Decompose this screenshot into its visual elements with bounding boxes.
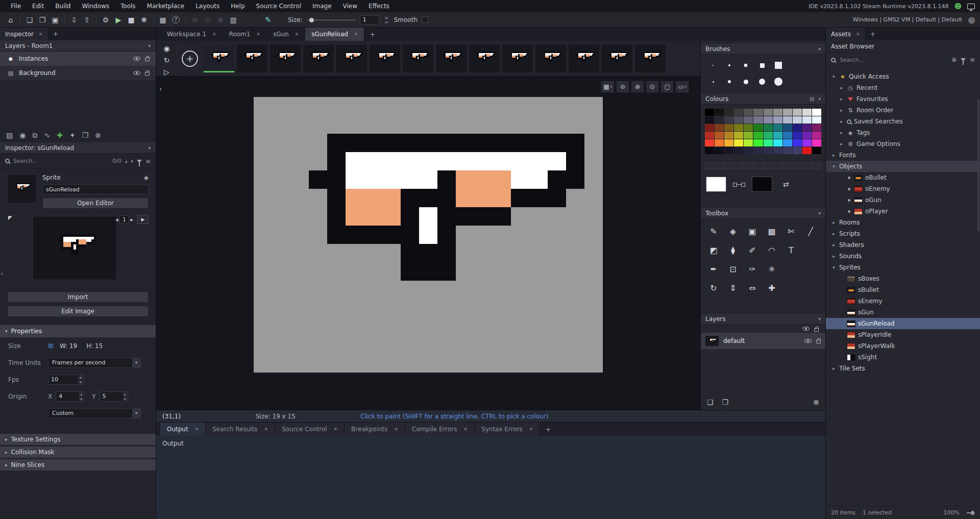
close-icon[interactable]: ✕: [354, 32, 358, 37]
magic-icon[interactable]: ✦: [69, 131, 76, 139]
add-panel-tab-button[interactable]: +: [48, 28, 63, 40]
frame-thumbnail-7[interactable]: [403, 45, 433, 72]
section-texture-settings[interactable]: ▸Texture Settings: [0, 434, 156, 445]
output-tab-syntax-errors[interactable]: Syntax Errors✕: [475, 423, 540, 436]
colour-swatch[interactable]: [802, 147, 812, 154]
colour-swatch[interactable]: [802, 116, 812, 123]
lock-icon[interactable]: [814, 328, 819, 332]
brush-circle-9[interactable]: [738, 74, 754, 89]
empty-colour-swatch[interactable]: [764, 162, 773, 169]
tool-brush-paste[interactable]: ▩: [762, 222, 781, 241]
chevron-down-icon[interactable]: ▾: [831, 265, 837, 270]
tool-spray[interactable]: ✳: [762, 260, 781, 279]
colour-swatch[interactable]: [705, 147, 714, 154]
new-layer-folder-icon[interactable]: ❒: [722, 398, 729, 406]
asset-item-splayeridle[interactable]: sPlayerIdle: [826, 329, 980, 340]
frame-thumbnail-10[interactable]: [502, 45, 533, 72]
monitor-icon[interactable]: [967, 4, 975, 9]
colour-swatch[interactable]: [724, 147, 733, 154]
layers-room-header[interactable]: Layers - Room1 ▾: [0, 40, 156, 52]
tool-line[interactable]: ╱: [801, 222, 820, 241]
colour-swatch[interactable]: [744, 109, 753, 116]
asset-item-quick-access[interactable]: ▾★Quick Access: [826, 71, 980, 82]
properties-header[interactable]: ▾ Properties: [0, 325, 156, 337]
colour-swatch[interactable]: [753, 132, 763, 139]
origin-y-field[interactable]: ▴▾: [100, 391, 128, 402]
export-package-icon[interactable]: ⇧: [81, 14, 92, 26]
colour-swatch[interactable]: [793, 139, 802, 146]
brush-square-6[interactable]: [738, 58, 754, 73]
colour-swatch[interactable]: [812, 147, 821, 154]
help-icon[interactable]: ?: [172, 16, 180, 23]
open-project-icon[interactable]: ❒: [37, 14, 48, 26]
chevron-right-icon[interactable]: ▸: [839, 141, 844, 146]
colour-swatch[interactable]: [812, 116, 821, 123]
fps-input[interactable]: [48, 376, 78, 383]
swap-colours-icon[interactable]: ⇄: [783, 180, 789, 188]
add-icon[interactable]: ✚: [57, 131, 63, 139]
chevron-right-icon[interactable]: ▸: [839, 85, 844, 90]
asset-item-sbullet[interactable]: sBullet: [826, 284, 980, 295]
view-options-button[interactable]: ▭▾: [675, 81, 689, 93]
brush-circle-6[interactable]: [721, 74, 738, 89]
asset-item-fonts[interactable]: ▸Fonts: [826, 150, 980, 161]
colour-swatch[interactable]: [802, 139, 812, 146]
brush-dot-2[interactable]: [705, 58, 721, 73]
previous-match-icon[interactable]: ▴: [125, 159, 128, 164]
tab-assets[interactable]: Assets ✕: [826, 28, 866, 40]
colour-swatch[interactable]: [783, 124, 792, 131]
brush-size-input[interactable]: [360, 16, 379, 23]
output-tab-breakpoints[interactable]: Breakpoints✕: [345, 423, 405, 436]
asset-item-tile-sets[interactable]: ▸Tile Sets: [826, 363, 980, 374]
tool-flip-horizontal[interactable]: ⇔: [743, 279, 762, 298]
colour-swatch[interactable]: [715, 132, 724, 139]
origin-x-input[interactable]: [56, 393, 79, 400]
brush-square-9[interactable]: [754, 58, 770, 73]
colour-swatch[interactable]: [773, 147, 782, 154]
brush-size-field[interactable]: [360, 15, 379, 24]
colour-swatch[interactable]: [773, 132, 782, 139]
lock-icon[interactable]: [145, 58, 150, 61]
add-panel-tab-button[interactable]: +: [866, 28, 880, 40]
frame-thumbnail-3[interactable]: [270, 45, 301, 72]
brush-size-slider[interactable]: [307, 16, 356, 23]
zoom-out-icon[interactable]: ⊖: [189, 14, 201, 26]
chevron-right-icon[interactable]: ▸: [831, 220, 837, 225]
zoom-reset-icon[interactable]: ⊙: [202, 14, 213, 26]
colour-swatch[interactable]: [773, 139, 782, 146]
colour-swatch[interactable]: [744, 139, 753, 146]
colour-swatch[interactable]: [724, 124, 733, 131]
edit-image-button[interactable]: Edit Image: [7, 306, 149, 317]
primary-colour-swatch[interactable]: [706, 177, 726, 192]
close-icon[interactable]: ✕: [256, 32, 260, 37]
asset-item-scripts[interactable]: ▸Scripts: [826, 228, 980, 239]
tool-fill[interactable]: ◩: [704, 241, 723, 260]
brush-dot-3[interactable]: [705, 74, 721, 89]
colour-swatch[interactable]: [764, 116, 773, 123]
remove-icon[interactable]: ⊗: [95, 131, 101, 139]
colour-swatch[interactable]: [793, 109, 802, 116]
asset-search-input[interactable]: [840, 57, 947, 63]
colour-swatch[interactable]: [715, 109, 724, 116]
close-icon[interactable]: ✕: [334, 427, 338, 432]
target-icon[interactable]: ◎: [968, 15, 975, 24]
tool-paint-brush[interactable]: ✐: [743, 241, 762, 260]
visibility-icon[interactable]: [804, 339, 812, 343]
delete-layer-icon[interactable]: ⊗: [813, 398, 819, 406]
asset-item-rooms[interactable]: ▸Rooms: [826, 217, 980, 228]
user-avatar-icon[interactable]: ☻: [954, 2, 962, 10]
asset-item-oenemy[interactable]: oEnemy: [826, 183, 980, 194]
tool-eyedropper[interactable]: ✒: [704, 260, 723, 279]
stepper-arrows[interactable]: ▴▾: [78, 375, 83, 384]
colour-swatch[interactable]: [705, 116, 714, 123]
asset-item-sgun[interactable]: sGun: [826, 307, 980, 318]
visibility-icon[interactable]: [133, 57, 140, 61]
asset-item-sboxes[interactable]: sBoxes: [826, 273, 980, 284]
section-nine-slices[interactable]: ▸Nine Slices: [0, 459, 156, 471]
output-tab-search-results[interactable]: Search Results✕: [206, 423, 275, 436]
zoom-in-button[interactable]: ⊕: [631, 81, 644, 93]
menu-icon[interactable]: ≡: [145, 158, 151, 165]
colour-swatch[interactable]: [724, 132, 733, 139]
colour-swatch[interactable]: [764, 132, 773, 139]
grid-options-button[interactable]: ▦▾: [601, 81, 615, 93]
